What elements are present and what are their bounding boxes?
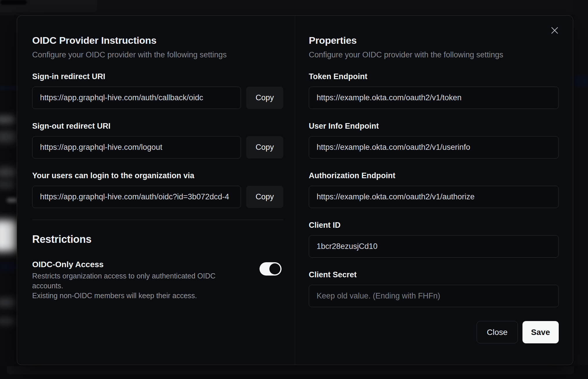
backdrop-bottom-card-edge bbox=[7, 366, 574, 374]
backdrop-right-strip bbox=[574, 0, 588, 379]
backdrop-text-blob bbox=[0, 317, 14, 325]
client-id-row bbox=[309, 235, 559, 258]
oidc-only-access-description: Restricts organization access to only au… bbox=[32, 271, 235, 300]
backdrop-text-blob bbox=[0, 167, 16, 177]
oidc-only-access-toggle[interactable] bbox=[259, 262, 282, 276]
copy-sign-in-button[interactable]: Copy bbox=[246, 87, 283, 109]
sign-out-redirect-row: Copy bbox=[32, 136, 283, 158]
section-divider bbox=[32, 220, 283, 220]
sign-out-redirect-label: Sign-out redirect URI bbox=[32, 122, 283, 130]
client-id-input[interactable] bbox=[309, 235, 559, 258]
instructions-title: OIDC Provider Instructions bbox=[32, 34, 283, 46]
restrictions-title: Restrictions bbox=[32, 233, 283, 245]
backdrop-text-blob bbox=[7, 198, 17, 202]
sign-in-redirect-row: Copy bbox=[32, 87, 283, 109]
backdrop-white-card-edge bbox=[0, 220, 17, 252]
backdrop-text-blob bbox=[0, 180, 15, 189]
login-url-row: Copy bbox=[32, 186, 283, 208]
instructions-subtitle: Configure your OIDC provider with the fo… bbox=[32, 50, 283, 59]
backdrop-band bbox=[0, 262, 17, 272]
login-url-label: Your users can login to the organization… bbox=[32, 171, 283, 180]
authorization-endpoint-label: Authorization Endpoint bbox=[309, 171, 559, 180]
client-secret-label: Client Secret bbox=[309, 270, 559, 279]
token-endpoint-label: Token Endpoint bbox=[309, 72, 559, 81]
backdrop-logo-blob bbox=[1, 0, 27, 5]
copy-login-url-button[interactable]: Copy bbox=[246, 186, 283, 208]
sign-in-redirect-label: Sign-in redirect URI bbox=[32, 72, 283, 81]
properties-pane: Properties Configure your OIDC provider … bbox=[295, 16, 573, 365]
description-line: Existing non-OIDC members will keep thei… bbox=[32, 291, 235, 300]
toggle-knob bbox=[269, 263, 280, 274]
x-close-icon bbox=[551, 26, 559, 34]
user-info-endpoint-input[interactable] bbox=[309, 136, 559, 158]
user-info-endpoint-row bbox=[309, 136, 559, 158]
properties-title: Properties bbox=[309, 34, 559, 46]
oidc-only-access-text: OIDC-Only Access Restricts organization … bbox=[32, 260, 235, 300]
sign-out-redirect-input[interactable] bbox=[32, 136, 241, 158]
description-line: Restricts organization access to only au… bbox=[32, 271, 235, 291]
backdrop-band bbox=[0, 86, 17, 90]
oidc-only-access-label: OIDC-Only Access bbox=[32, 260, 235, 269]
client-id-label: Client ID bbox=[309, 221, 559, 229]
save-button[interactable]: Save bbox=[522, 321, 559, 343]
token-endpoint-row bbox=[309, 87, 559, 109]
authorization-endpoint-row bbox=[309, 186, 559, 208]
login-url-input[interactable] bbox=[32, 186, 241, 208]
token-endpoint-input[interactable] bbox=[309, 87, 559, 109]
oidc-only-access-row: OIDC-Only Access Restricts organization … bbox=[32, 260, 283, 300]
close-button[interactable]: Close bbox=[477, 321, 518, 343]
user-info-endpoint-label: User Info Endpoint bbox=[309, 122, 559, 130]
oidc-settings-modal: OIDC Provider Instructions Configure you… bbox=[17, 15, 573, 365]
backdrop-text-blob bbox=[0, 298, 15, 307]
client-secret-row bbox=[309, 285, 559, 307]
copy-sign-out-button[interactable]: Copy bbox=[246, 136, 283, 158]
dialog-actions: Close Save bbox=[309, 321, 559, 343]
sign-in-redirect-input[interactable] bbox=[32, 87, 241, 109]
client-secret-input[interactable] bbox=[309, 285, 559, 307]
backdrop-band bbox=[574, 76, 588, 86]
backdrop-text-blob bbox=[0, 115, 15, 124]
instructions-pane: OIDC Provider Instructions Configure you… bbox=[17, 16, 295, 365]
close-icon[interactable] bbox=[547, 23, 562, 38]
properties-subtitle: Configure your OIDC provider with the fo… bbox=[309, 50, 559, 59]
authorization-endpoint-input[interactable] bbox=[309, 186, 559, 208]
backdrop-text-blob bbox=[0, 131, 16, 143]
